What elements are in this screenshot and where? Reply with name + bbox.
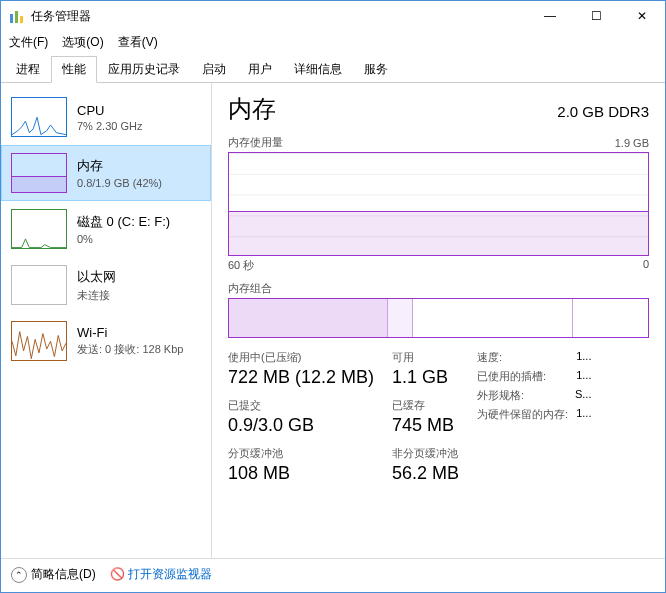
sidebar-item-wifi[interactable]: Wi-Fi发送: 0 接收: 128 Kbp bbox=[1, 313, 211, 369]
stat-label: 分页缓冲池 bbox=[228, 446, 374, 461]
svg-rect-1 bbox=[15, 11, 18, 23]
chart-axis: 60 秒 0 bbox=[228, 258, 649, 273]
maximize-button[interactable]: ☐ bbox=[573, 1, 619, 31]
axis-left: 60 秒 bbox=[228, 258, 254, 273]
stat-label: 已缓存 bbox=[392, 398, 459, 413]
spec-key: 为硬件保留的内存: bbox=[477, 407, 568, 422]
page-title: 内存 bbox=[228, 93, 276, 125]
sidebar-item-label: CPU bbox=[77, 103, 142, 118]
sidebar-item-label: 磁盘 0 (C: E: F:) bbox=[77, 213, 170, 231]
content: CPU7% 2.30 GHz 内存0.8/1.9 GB (42%) 磁盘 0 (… bbox=[1, 83, 665, 558]
spec-val: S... bbox=[575, 388, 592, 403]
stat-value: 745 MB bbox=[392, 415, 459, 436]
wifi-sparkline bbox=[11, 321, 67, 361]
minimize-button[interactable]: — bbox=[527, 1, 573, 31]
comp-in-use bbox=[229, 299, 388, 337]
main-panel: 内存 2.0 GB DDR3 内存使用量 1.9 GB 60 秒 0 内存组合 … bbox=[211, 83, 665, 558]
sidebar-item-detail: 未连接 bbox=[77, 288, 116, 303]
comp-modified bbox=[388, 299, 413, 337]
close-button[interactable]: ✕ bbox=[619, 1, 665, 31]
resmon-icon: 🚫 bbox=[110, 567, 128, 581]
spec-val: 1... bbox=[576, 369, 591, 384]
sidebar-item-label: Wi-Fi bbox=[77, 325, 183, 340]
svg-rect-0 bbox=[10, 14, 13, 23]
tab-services[interactable]: 服务 bbox=[353, 56, 399, 83]
chevron-up-icon: ⌃ bbox=[11, 567, 27, 583]
sidebar-item-detail: 7% 2.30 GHz bbox=[77, 120, 142, 132]
menu-options[interactable]: 选项(O) bbox=[62, 34, 103, 51]
sidebar-item-disk[interactable]: 磁盘 0 (C: E: F:)0% bbox=[1, 201, 211, 257]
spec-val: 1... bbox=[576, 407, 591, 422]
disk-sparkline bbox=[11, 209, 67, 249]
sidebar-item-cpu[interactable]: CPU7% 2.30 GHz bbox=[1, 89, 211, 145]
sidebar-item-detail: 0.8/1.9 GB (42%) bbox=[77, 177, 162, 189]
sidebar-item-ethernet[interactable]: 以太网未连接 bbox=[1, 257, 211, 313]
sidebar-item-detail: 0% bbox=[77, 233, 170, 245]
sidebar-item-detail: 发送: 0 接收: 128 Kbp bbox=[77, 342, 183, 357]
memory-composition-chart[interactable] bbox=[228, 298, 649, 338]
ethernet-sparkline bbox=[11, 265, 67, 305]
window-title: 任务管理器 bbox=[31, 8, 527, 25]
fewer-details-button[interactable]: ⌃简略信息(D) bbox=[11, 566, 96, 583]
spec-table: 速度:1... 已使用的插槽:1... 外形规格:S... 为硬件保留的内存:1… bbox=[477, 350, 591, 484]
memory-usage-fill bbox=[229, 211, 648, 255]
stats: 使用中(已压缩)722 MB (12.2 MB) 已提交0.9/3.0 GB 分… bbox=[228, 350, 649, 484]
stat-value: 108 MB bbox=[228, 463, 374, 484]
stat-label: 非分页缓冲池 bbox=[392, 446, 459, 461]
stat-value: 722 MB (12.2 MB) bbox=[228, 367, 374, 388]
usage-max: 1.9 GB bbox=[615, 137, 649, 149]
tab-details[interactable]: 详细信息 bbox=[283, 56, 353, 83]
sidebar-item-label: 以太网 bbox=[77, 268, 116, 286]
tabs: 进程 性能 应用历史记录 启动 用户 详细信息 服务 bbox=[1, 55, 665, 83]
svg-rect-2 bbox=[20, 16, 23, 23]
stat-value: 1.1 GB bbox=[392, 367, 459, 388]
cpu-sparkline bbox=[11, 97, 67, 137]
sidebar: CPU7% 2.30 GHz 内存0.8/1.9 GB (42%) 磁盘 0 (… bbox=[1, 83, 211, 558]
titlebar: 任务管理器 — ☐ ✕ bbox=[1, 1, 665, 31]
memory-spec: 2.0 GB DDR3 bbox=[557, 103, 649, 120]
comp-standby bbox=[413, 299, 572, 337]
sidebar-item-label: 内存 bbox=[77, 157, 162, 175]
usage-label: 内存使用量 bbox=[228, 135, 649, 150]
memory-usage-chart[interactable] bbox=[228, 152, 649, 256]
menu-file[interactable]: 文件(F) bbox=[9, 34, 48, 51]
stat-value: 56.2 MB bbox=[392, 463, 459, 484]
tab-processes[interactable]: 进程 bbox=[5, 56, 51, 83]
spec-key: 外形规格: bbox=[477, 388, 524, 403]
spec-val: 1... bbox=[576, 350, 591, 365]
tab-startup[interactable]: 启动 bbox=[191, 56, 237, 83]
stat-label: 可用 bbox=[392, 350, 459, 365]
comp-free bbox=[573, 299, 648, 337]
stat-label: 使用中(已压缩) bbox=[228, 350, 374, 365]
tab-app-history[interactable]: 应用历史记录 bbox=[97, 56, 191, 83]
tab-users[interactable]: 用户 bbox=[237, 56, 283, 83]
stat-value: 0.9/3.0 GB bbox=[228, 415, 374, 436]
tab-performance[interactable]: 性能 bbox=[51, 56, 97, 83]
axis-right: 0 bbox=[643, 258, 649, 273]
footer: ⌃简略信息(D) 🚫 打开资源监视器 bbox=[1, 558, 665, 590]
menubar: 文件(F) 选项(O) 查看(V) bbox=[1, 31, 665, 53]
sidebar-item-memory[interactable]: 内存0.8/1.9 GB (42%) bbox=[1, 145, 211, 201]
window-buttons: — ☐ ✕ bbox=[527, 1, 665, 31]
memory-sparkline bbox=[11, 153, 67, 193]
main-header: 内存 2.0 GB DDR3 bbox=[228, 93, 649, 125]
open-resmon-link[interactable]: 🚫 打开资源监视器 bbox=[110, 566, 212, 583]
spec-key: 速度: bbox=[477, 350, 502, 365]
app-icon bbox=[9, 8, 25, 24]
composition-label: 内存组合 bbox=[228, 281, 649, 296]
spec-key: 已使用的插槽: bbox=[477, 369, 546, 384]
menu-view[interactable]: 查看(V) bbox=[118, 34, 158, 51]
stat-label: 已提交 bbox=[228, 398, 374, 413]
